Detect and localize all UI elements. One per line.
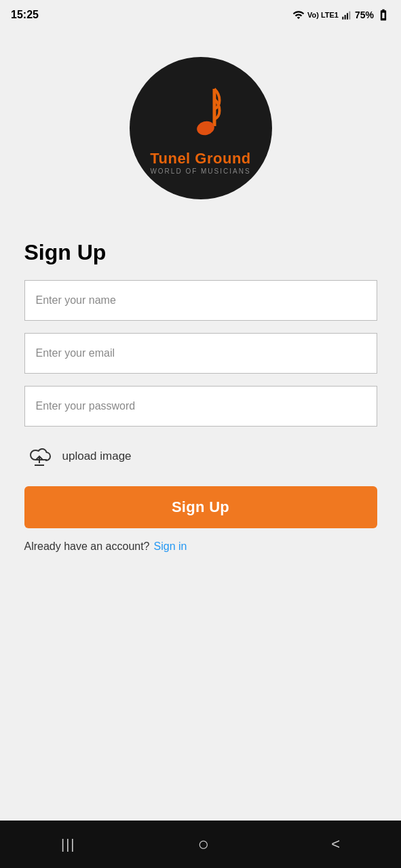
bottom-nav: ||| ○ < <box>0 821 401 868</box>
svg-rect-1 <box>345 15 346 20</box>
signal-icon <box>341 9 352 20</box>
upload-icon <box>26 443 53 470</box>
battery-label: 75% <box>355 9 374 20</box>
signin-row: Already have an account? Sign in <box>24 540 377 553</box>
home-nav-icon[interactable]: ○ <box>197 833 209 855</box>
sign-up-title: Sign Up <box>24 240 377 265</box>
status-icons: Vo) LTE1 75% <box>292 8 390 22</box>
password-input[interactable] <box>24 386 377 427</box>
sign-up-button[interactable]: Sign Up <box>24 486 377 528</box>
signin-prompt: Already have an account? <box>24 540 150 553</box>
signin-link[interactable]: Sign in <box>154 540 187 553</box>
form-container: Sign Up upload image Sign Up <box>24 240 377 553</box>
back-nav-icon[interactable]: < <box>331 835 340 853</box>
name-input[interactable] <box>24 280 377 321</box>
menu-nav-icon[interactable]: ||| <box>61 837 76 852</box>
main-content: Tunel Ground WORLD OF MUSICIANS Sign Up <box>0 30 401 821</box>
logo-subtitle: WORLD OF MUSICIANS <box>150 167 250 175</box>
music-note-icon <box>170 82 231 150</box>
upload-icon-wrapper <box>24 441 54 471</box>
wifi-icon <box>292 9 305 21</box>
network-label: Vo) LTE1 <box>307 11 339 19</box>
svg-rect-2 <box>347 13 348 19</box>
status-time: 15:25 <box>11 9 39 21</box>
logo-title: Tunel Ground <box>150 150 251 167</box>
svg-rect-0 <box>342 17 343 20</box>
logo-container: Tunel Ground WORLD OF MUSICIANS <box>130 57 272 199</box>
battery-icon <box>377 8 390 22</box>
email-input[interactable] <box>24 333 377 374</box>
upload-row[interactable]: upload image <box>24 441 377 471</box>
svg-rect-3 <box>349 12 350 20</box>
status-bar: 15:25 Vo) LTE1 75% <box>0 0 401 30</box>
upload-label: upload image <box>62 450 132 463</box>
